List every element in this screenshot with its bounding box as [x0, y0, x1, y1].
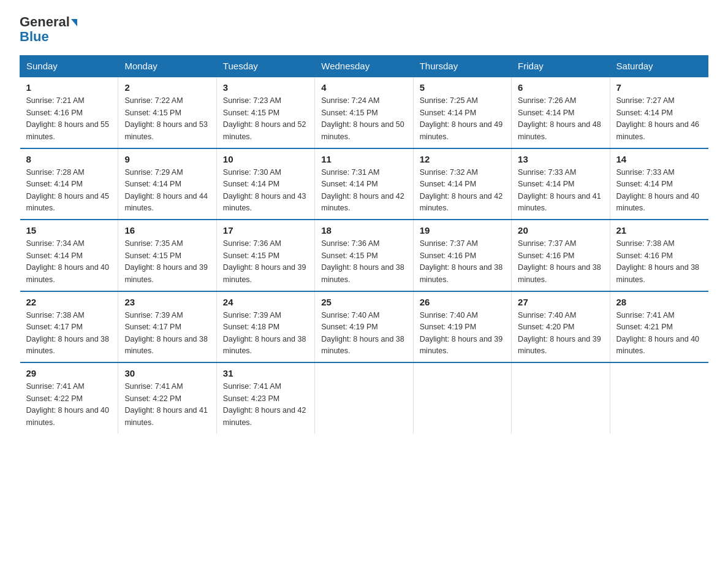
- day-info: Sunrise: 7:39 AMSunset: 4:18 PMDaylight:…: [223, 310, 308, 358]
- day-number: 25: [321, 297, 406, 307]
- day-info: Sunrise: 7:37 AMSunset: 4:16 PMDaylight:…: [518, 238, 603, 286]
- calendar-cell: 18Sunrise: 7:36 AMSunset: 4:15 PMDayligh…: [315, 220, 413, 291]
- day-number: 31: [223, 368, 308, 378]
- calendar-cell: 19Sunrise: 7:37 AMSunset: 4:16 PMDayligh…: [413, 220, 511, 291]
- calendar-cell: 17Sunrise: 7:36 AMSunset: 4:15 PMDayligh…: [216, 220, 314, 291]
- day-info: Sunrise: 7:38 AMSunset: 4:16 PMDaylight:…: [616, 238, 702, 286]
- day-info: Sunrise: 7:24 AMSunset: 4:15 PMDaylight:…: [321, 95, 406, 143]
- day-number: 10: [223, 154, 308, 164]
- day-number: 27: [518, 297, 603, 307]
- calendar-cell: 24Sunrise: 7:39 AMSunset: 4:18 PMDayligh…: [216, 291, 314, 363]
- weekday-header-sunday: Sunday: [20, 56, 118, 77]
- day-info: Sunrise: 7:36 AMSunset: 4:15 PMDaylight:…: [223, 238, 308, 286]
- calendar-cell: 31Sunrise: 7:41 AMSunset: 4:23 PMDayligh…: [216, 362, 314, 434]
- day-info: Sunrise: 7:41 AMSunset: 4:22 PMDaylight:…: [124, 381, 210, 429]
- calendar-cell: 8Sunrise: 7:28 AMSunset: 4:14 PMDaylight…: [20, 148, 118, 220]
- day-number: 22: [26, 297, 112, 307]
- calendar-cell: 26Sunrise: 7:40 AMSunset: 4:19 PMDayligh…: [413, 291, 511, 363]
- calendar-table: SundayMondayTuesdayWednesdayThursdayFrid…: [20, 55, 708, 434]
- day-number: 7: [616, 82, 702, 93]
- calendar-cell: 23Sunrise: 7:39 AMSunset: 4:17 PMDayligh…: [118, 291, 216, 363]
- calendar-cell: 15Sunrise: 7:34 AMSunset: 4:14 PMDayligh…: [20, 220, 118, 291]
- day-number: 18: [321, 225, 406, 236]
- calendar-cell: 10Sunrise: 7:30 AMSunset: 4:14 PMDayligh…: [216, 148, 314, 220]
- day-number: 14: [616, 154, 702, 164]
- calendar-cell: 3Sunrise: 7:23 AMSunset: 4:15 PMDaylight…: [216, 77, 314, 148]
- day-info: Sunrise: 7:40 AMSunset: 4:20 PMDaylight:…: [518, 310, 603, 358]
- calendar-cell: 2Sunrise: 7:22 AMSunset: 4:15 PMDaylight…: [118, 77, 216, 148]
- logo-text-general: General: [20, 14, 70, 29]
- calendar-cell: [610, 362, 708, 434]
- calendar-cell: 13Sunrise: 7:33 AMSunset: 4:14 PMDayligh…: [512, 148, 610, 220]
- calendar-cell: 25Sunrise: 7:40 AMSunset: 4:19 PMDayligh…: [315, 291, 413, 363]
- weekday-header-saturday: Saturday: [610, 56, 708, 77]
- calendar-week-row: 29Sunrise: 7:41 AMSunset: 4:22 PMDayligh…: [20, 362, 708, 434]
- calendar-cell: 16Sunrise: 7:35 AMSunset: 4:15 PMDayligh…: [118, 220, 216, 291]
- day-info: Sunrise: 7:33 AMSunset: 4:14 PMDaylight:…: [616, 167, 702, 215]
- day-number: 6: [518, 82, 603, 93]
- day-info: Sunrise: 7:41 AMSunset: 4:21 PMDaylight:…: [616, 310, 702, 358]
- weekday-header-thursday: Thursday: [413, 56, 511, 77]
- page-header: General Blue: [20, 15, 708, 44]
- calendar-week-row: 15Sunrise: 7:34 AMSunset: 4:14 PMDayligh…: [20, 220, 708, 291]
- day-info: Sunrise: 7:31 AMSunset: 4:14 PMDaylight:…: [321, 167, 406, 215]
- weekday-header-friday: Friday: [512, 56, 610, 77]
- logo: General Blue: [20, 15, 77, 44]
- day-number: 12: [420, 154, 505, 164]
- day-number: 21: [616, 225, 702, 236]
- calendar-cell: 6Sunrise: 7:26 AMSunset: 4:14 PMDaylight…: [512, 77, 610, 148]
- day-number: 11: [321, 154, 406, 164]
- day-number: 3: [223, 82, 308, 93]
- day-info: Sunrise: 7:41 AMSunset: 4:22 PMDaylight:…: [26, 381, 112, 429]
- day-number: 9: [124, 154, 210, 164]
- day-info: Sunrise: 7:33 AMSunset: 4:14 PMDaylight:…: [518, 167, 603, 215]
- day-info: Sunrise: 7:36 AMSunset: 4:15 PMDaylight:…: [321, 238, 406, 286]
- calendar-cell: 27Sunrise: 7:40 AMSunset: 4:20 PMDayligh…: [512, 291, 610, 363]
- day-number: 30: [124, 368, 210, 378]
- day-info: Sunrise: 7:37 AMSunset: 4:16 PMDaylight:…: [420, 238, 505, 286]
- calendar-cell: 9Sunrise: 7:29 AMSunset: 4:14 PMDaylight…: [118, 148, 216, 220]
- calendar-cell: [512, 362, 610, 434]
- day-info: Sunrise: 7:39 AMSunset: 4:17 PMDaylight:…: [124, 310, 210, 358]
- calendar-week-row: 8Sunrise: 7:28 AMSunset: 4:14 PMDaylight…: [20, 148, 708, 220]
- calendar-cell: 5Sunrise: 7:25 AMSunset: 4:14 PMDaylight…: [413, 77, 511, 148]
- calendar-cell: 30Sunrise: 7:41 AMSunset: 4:22 PMDayligh…: [118, 362, 216, 434]
- calendar-cell: 21Sunrise: 7:38 AMSunset: 4:16 PMDayligh…: [610, 220, 708, 291]
- weekday-header-tuesday: Tuesday: [216, 56, 314, 77]
- day-number: 15: [26, 225, 112, 236]
- day-info: Sunrise: 7:26 AMSunset: 4:14 PMDaylight:…: [518, 95, 603, 143]
- calendar-cell: 20Sunrise: 7:37 AMSunset: 4:16 PMDayligh…: [512, 220, 610, 291]
- day-number: 13: [518, 154, 603, 164]
- calendar-cell: 1Sunrise: 7:21 AMSunset: 4:16 PMDaylight…: [20, 77, 118, 148]
- calendar-week-row: 22Sunrise: 7:38 AMSunset: 4:17 PMDayligh…: [20, 291, 708, 363]
- day-info: Sunrise: 7:22 AMSunset: 4:15 PMDaylight:…: [124, 95, 210, 143]
- logo-text-blue: Blue: [20, 29, 49, 44]
- day-number: 4: [321, 82, 406, 93]
- day-info: Sunrise: 7:34 AMSunset: 4:14 PMDaylight:…: [26, 238, 112, 286]
- day-number: 1: [26, 82, 112, 93]
- logo-triangle-icon: [71, 19, 77, 26]
- calendar-cell: 22Sunrise: 7:38 AMSunset: 4:17 PMDayligh…: [20, 291, 118, 363]
- calendar-cell: 12Sunrise: 7:32 AMSunset: 4:14 PMDayligh…: [413, 148, 511, 220]
- day-number: 20: [518, 225, 603, 236]
- calendar-cell: [413, 362, 511, 434]
- day-info: Sunrise: 7:27 AMSunset: 4:14 PMDaylight:…: [616, 95, 702, 143]
- calendar-cell: 29Sunrise: 7:41 AMSunset: 4:22 PMDayligh…: [20, 362, 118, 434]
- day-number: 5: [420, 82, 505, 93]
- day-info: Sunrise: 7:23 AMSunset: 4:15 PMDaylight:…: [223, 95, 308, 143]
- day-number: 8: [26, 154, 112, 164]
- day-info: Sunrise: 7:35 AMSunset: 4:15 PMDaylight:…: [124, 238, 210, 286]
- day-number: 16: [124, 225, 210, 236]
- day-info: Sunrise: 7:29 AMSunset: 4:14 PMDaylight:…: [124, 167, 210, 215]
- day-number: 19: [420, 225, 505, 236]
- day-number: 29: [26, 368, 112, 378]
- day-info: Sunrise: 7:38 AMSunset: 4:17 PMDaylight:…: [26, 310, 112, 358]
- weekday-header-row: SundayMondayTuesdayWednesdayThursdayFrid…: [20, 56, 708, 77]
- day-info: Sunrise: 7:32 AMSunset: 4:14 PMDaylight:…: [420, 167, 505, 215]
- day-info: Sunrise: 7:40 AMSunset: 4:19 PMDaylight:…: [321, 310, 406, 358]
- calendar-cell: 11Sunrise: 7:31 AMSunset: 4:14 PMDayligh…: [315, 148, 413, 220]
- day-number: 28: [616, 297, 702, 307]
- calendar-cell: [315, 362, 413, 434]
- calendar-cell: 7Sunrise: 7:27 AMSunset: 4:14 PMDaylight…: [610, 77, 708, 148]
- weekday-header-wednesday: Wednesday: [315, 56, 413, 77]
